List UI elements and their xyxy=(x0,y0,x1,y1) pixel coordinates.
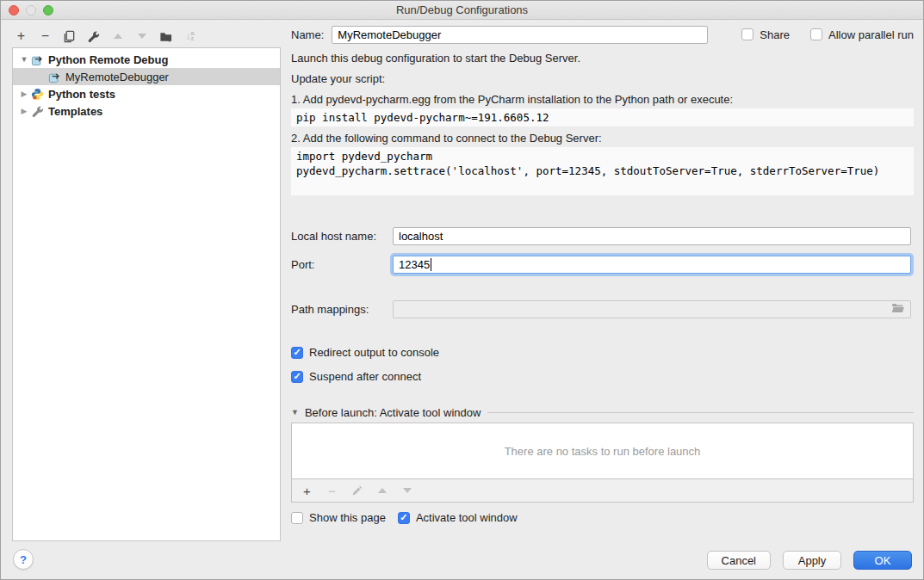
remote-debug-icon xyxy=(47,70,61,83)
tree-item-myremotedebugger[interactable]: MyRemoteDebugger xyxy=(13,68,280,85)
tree-item-label: Python tests xyxy=(48,88,115,101)
help-button[interactable]: ? xyxy=(13,549,34,570)
move-down-icon[interactable] xyxy=(134,29,149,44)
before-launch-section-header[interactable]: ▼ Before launch: Activate tool window xyxy=(291,406,914,418)
add-configuration-icon[interactable]: + xyxy=(14,29,28,44)
sort-alphabetically-icon[interactable]: ↓az xyxy=(183,29,197,44)
settrace-code-line-1: import pydevd_pycharm xyxy=(296,149,908,164)
new-folder-icon[interactable] xyxy=(158,29,173,44)
local-host-name-value: localhost xyxy=(399,230,443,243)
tree-item-label: Templates xyxy=(48,105,102,118)
name-label: Name: xyxy=(291,28,324,41)
show-this-page-checkbox[interactable]: ✓ xyxy=(291,512,303,524)
collapse-toggle-icon[interactable]: ▶ xyxy=(18,89,30,98)
allow-parallel-run-label: Allow parallel run xyxy=(828,28,914,41)
activate-tool-window-label: Activate tool window xyxy=(416,511,518,524)
close-window-button[interactable] xyxy=(9,5,19,15)
instruction-step-2: 2. Add the following command to connect … xyxy=(291,132,914,145)
wrench-icon xyxy=(30,104,44,118)
titlebar[interactable]: Run/Debug Configurations xyxy=(1,1,923,20)
name-value: MyRemoteDebugger xyxy=(338,28,441,41)
before-launch-toolbar: + − xyxy=(292,478,913,502)
show-this-page-label: Show this page xyxy=(309,511,386,524)
port-label: Port: xyxy=(291,258,393,271)
window-title: Run/Debug Configurations xyxy=(396,3,528,16)
collapse-section-icon[interactable]: ▼ xyxy=(291,408,299,416)
ok-button[interactable]: OK xyxy=(853,551,912,570)
run-debug-configurations-dialog: Run/Debug Configurations + − ↓az ▼ Pytho… xyxy=(0,0,924,580)
configurations-toolbar: + − ↓az xyxy=(14,28,197,45)
expand-toggle-icon[interactable]: ▼ xyxy=(18,55,30,64)
activate-tool-window-checkbox[interactable]: ✓ xyxy=(398,512,410,524)
allow-parallel-run-checkbox[interactable]: ✓ xyxy=(810,28,822,40)
zoom-window-button[interactable] xyxy=(43,5,53,15)
pip-install-code-block: pip install pydevd-pycharm~=191.6605.12 xyxy=(291,108,914,126)
before-launch-title: Before launch: Activate tool window xyxy=(305,406,481,419)
text-cursor xyxy=(431,258,431,271)
local-host-name-input[interactable]: localhost xyxy=(393,227,911,245)
instruction-line-2: Update your script: xyxy=(291,72,914,85)
move-up-icon[interactable] xyxy=(110,29,125,44)
redirect-output-label: Redirect output to console xyxy=(309,346,439,359)
move-task-down-icon[interactable] xyxy=(400,484,414,498)
instruction-step-1: 1. Add pydevd-pycharm.egg from the PyCha… xyxy=(291,93,914,106)
redirect-output-checkbox[interactable]: ✓ xyxy=(291,347,303,359)
suspend-after-connect-checkbox[interactable]: ✓ xyxy=(291,371,303,383)
remove-task-icon[interactable]: − xyxy=(325,484,339,498)
path-mappings-input[interactable] xyxy=(393,300,911,318)
tree-item-python-remote-debug[interactable]: ▼ Python Remote Debug xyxy=(13,51,280,68)
question-mark-icon: ? xyxy=(20,553,27,566)
python-tests-icon xyxy=(30,87,44,101)
settrace-code-line-2: pydevd_pycharm.settrace('localhost', por… xyxy=(296,164,908,178)
remote-debug-icon xyxy=(30,52,44,66)
section-rule xyxy=(487,412,914,413)
tree-item-python-tests[interactable]: ▶ Python tests xyxy=(13,85,280,102)
add-task-icon[interactable]: + xyxy=(300,484,314,498)
apply-button[interactable]: Apply xyxy=(783,551,841,570)
configurations-tree: ▼ Python Remote Debug MyRemoteDebugger ▶ xyxy=(12,47,281,541)
edit-defaults-wrench-icon[interactable] xyxy=(86,29,101,44)
collapse-toggle-icon[interactable]: ▶ xyxy=(18,107,30,115)
share-label: Share xyxy=(760,28,790,41)
before-launch-empty-text: There are no tasks to run before launch xyxy=(292,423,913,478)
copy-configuration-icon[interactable] xyxy=(62,29,77,44)
open-folder-icon[interactable] xyxy=(891,302,905,317)
port-value: 12345 xyxy=(399,258,430,271)
path-mappings-label: Path mappings: xyxy=(291,303,393,316)
share-checkbox[interactable]: ✓ xyxy=(741,28,753,40)
edit-task-pencil-icon[interactable] xyxy=(350,484,364,498)
settrace-code-block: import pydevd_pycharm pydevd_pycharm.set… xyxy=(291,147,914,195)
tree-item-label: MyRemoteDebugger xyxy=(65,71,169,83)
tree-item-label: Python Remote Debug xyxy=(48,53,168,66)
suspend-after-connect-label: Suspend after connect xyxy=(309,370,421,383)
port-input[interactable]: 12345 xyxy=(393,256,911,274)
traffic-lights xyxy=(9,5,53,15)
instruction-line-1: Launch this debug configuration to start… xyxy=(291,52,914,65)
dialog-buttons: Cancel Apply OK xyxy=(707,551,912,570)
name-input[interactable]: MyRemoteDebugger xyxy=(332,26,708,44)
minimize-window-button[interactable] xyxy=(26,5,36,15)
remove-configuration-icon[interactable]: − xyxy=(38,29,53,44)
local-host-name-label: Local host name: xyxy=(291,230,393,243)
move-task-up-icon[interactable] xyxy=(375,484,389,498)
before-launch-task-list: There are no tasks to run before launch … xyxy=(291,423,914,503)
tree-item-templates[interactable]: ▶ Templates xyxy=(13,102,280,120)
configuration-editor: Name: MyRemoteDebugger ✓ Share ✓ Allow p… xyxy=(291,25,914,524)
cancel-button[interactable]: Cancel xyxy=(707,551,771,570)
